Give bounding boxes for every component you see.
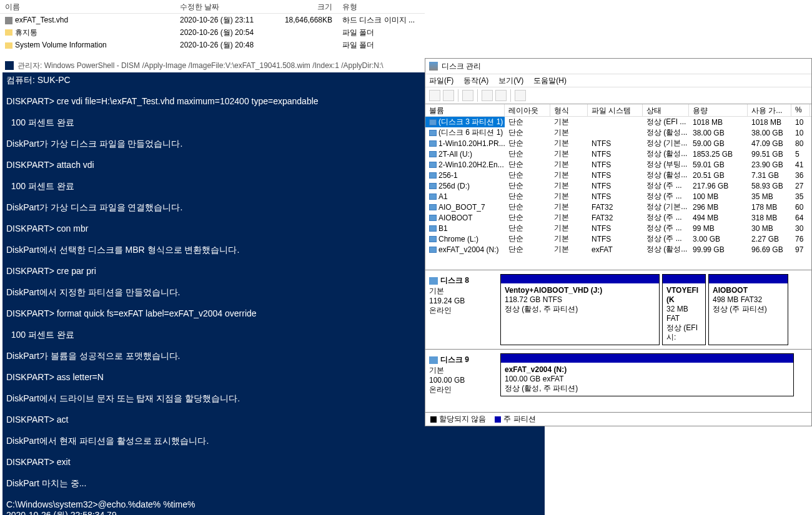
col-date[interactable]: 수정한 날짜 [175, 0, 275, 13]
volume-row[interactable]: AIOBOOT단순기본FAT32정상 (주 ...494 MB318 MB64 [425, 212, 811, 223]
disk-info: 디스크 9기본100.00 GB온라인 [429, 353, 497, 396]
disk-icon [429, 356, 438, 364]
volume-row[interactable]: A1단순기본NTFS정상 (주 ...100 MB35 MB35 [425, 191, 811, 202]
folder-icon [5, 29, 12, 36]
disk-panel: 디스크 9기본100.00 GB온라인exFAT_v2004 (N:)100.0… [425, 349, 811, 400]
powershell-icon [5, 61, 14, 70]
disk-info: 디스크 8기본119.24 GB온라인 [429, 274, 497, 345]
volume-icon [429, 204, 437, 210]
forward-icon[interactable] [443, 90, 454, 101]
volume-row[interactable]: exFAT_v2004 (N:)단순기본exFAT정상 (활성...99.99 … [425, 244, 811, 255]
volume-row[interactable]: (디스크 6 파티션 1)단순기본정상 (활성...38.00 GB38.00 … [425, 127, 811, 138]
volume-icon [429, 247, 437, 253]
partition[interactable]: VTOYEFI (K32 MB FAT정상 (EFI 시: [662, 274, 706, 345]
menu-help[interactable]: 도움말(H) [533, 76, 567, 86]
volume-list-header: 볼륨 레이아웃 형식 파일 시스템 상태 용량 사용 가... % [425, 104, 811, 117]
explorer-row[interactable]: 휴지통2020-10-26 (월) 20:54파일 폴더 [0, 26, 425, 39]
diskmgmt-window: 디스크 관리 파일(F) 동작(A) 보기(V) 도움말(H) 볼륨 레이아웃 … [425, 58, 812, 426]
menu-action[interactable]: 동작(A) [463, 76, 488, 86]
volume-list[interactable]: (디스크 3 파티션 1)단순기본정상 (EFI ...1018 MB1018 … [425, 117, 811, 255]
help-icon[interactable] [495, 90, 507, 101]
col-type[interactable]: 유형 [337, 0, 425, 13]
partition[interactable]: AIOBOOT498 MB FAT32정상 (주 파티션) [708, 274, 788, 345]
volume-icon [429, 172, 437, 179]
diskmgmt-icon [429, 62, 438, 71]
volume-icon [429, 194, 437, 200]
volume-icon [429, 151, 437, 157]
hdr-status[interactable]: 상태 [643, 104, 689, 116]
volume-row[interactable]: 256-1단순기본NTFS정상 (활성...20.51 GB7.31 GB36 [425, 170, 811, 180]
hdr-pct[interactable]: % [791, 104, 810, 116]
partition[interactable]: exFAT_v2004 (N:)100.00 GB exFAT정상 (활성, 주… [500, 353, 794, 396]
refresh-icon[interactable] [462, 90, 473, 101]
explorer-pane: 이름 수정한 날짜 크기 유형 exFAT_Test.vhd2020-10-26… [0, 0, 425, 56]
diskmgmt-legend: 할당되지 않음 주 파티션 [425, 412, 811, 426]
volume-row[interactable]: 2T-All (U:)단순기본NTFS정상 (활성...1853.25 GB99… [425, 149, 811, 159]
partition[interactable]: Ventoy+AIOBOOT_VHD (J:)118.72 GB NTFS정상 … [500, 274, 660, 345]
col-size[interactable]: 크기 [275, 0, 337, 13]
volume-row[interactable]: AIO_BOOT_7단순기본FAT32정상 (기본...296 MB178 MB… [425, 202, 811, 212]
menu-file[interactable]: 파일(F) [429, 76, 453, 86]
hdr-capacity[interactable]: 용량 [689, 104, 748, 116]
volume-row[interactable]: 256d (D:)단순기본NTFS정상 (주 ...217.96 GB58.93… [425, 180, 811, 191]
diskmgmt-menubar: 파일(F) 동작(A) 보기(V) 도움말(H) [425, 74, 811, 87]
hdr-layout[interactable]: 레이아웃 [505, 104, 550, 116]
powershell-title: 관리자: Windows PowerShell - DISM /Apply-Im… [17, 61, 384, 71]
disk-graphical-view: 디스크 8기본119.24 GB온라인Ventoy+AIOBOOT_VHD (J… [425, 270, 811, 400]
disk-icon [429, 277, 438, 285]
folder-icon [5, 42, 12, 49]
legend-unallocated-icon [430, 416, 437, 423]
explorer-row[interactable]: exFAT_Test.vhd2020-10-26 (월) 23:1118,646… [0, 14, 425, 26]
volume-icon [429, 140, 437, 147]
back-icon[interactable] [429, 90, 440, 101]
properties-icon[interactable] [482, 90, 493, 101]
volume-icon [429, 236, 437, 242]
volume-row[interactable]: 2-Win10.20H2.En...단순기본NTFS정상 (부팅...59.01… [425, 159, 811, 170]
volume-icon [429, 130, 437, 136]
col-name[interactable]: 이름 [0, 0, 175, 13]
disk-panel: 디스크 8기본119.24 GB온라인Ventoy+AIOBOOT_VHD (J… [425, 270, 811, 349]
diskmgmt-toolbar [425, 87, 811, 104]
hdr-volume[interactable]: 볼륨 [425, 104, 505, 116]
volume-row[interactable]: 1-Win10.20H1.PR...단순기본NTFS정상 (기본...59.00… [425, 138, 811, 149]
explorer-header: 이름 수정한 날짜 크기 유형 [0, 0, 425, 14]
volume-icon [429, 225, 437, 232]
diskmgmt-titlebar[interactable]: 디스크 관리 [425, 59, 811, 74]
diskmgmt-title: 디스크 관리 [442, 61, 481, 72]
volume-icon [429, 162, 437, 168]
file-icon [5, 17, 12, 24]
volume-icon [429, 183, 437, 189]
explorer-row[interactable]: System Volume Information2020-10-26 (월) … [0, 39, 425, 51]
volume-row[interactable]: Chrome (L:)단순기본NTFS정상 (주 ...3.00 GB2.27 … [425, 233, 811, 244]
hdr-free[interactable]: 사용 가... [748, 104, 791, 116]
volume-icon [429, 119, 437, 125]
volume-row[interactable]: (디스크 3 파티션 1)단순기본정상 (EFI ...1018 MB1018 … [425, 117, 811, 127]
hdr-filesystem[interactable]: 파일 시스템 [588, 104, 643, 116]
volume-icon [429, 215, 437, 221]
menu-view[interactable]: 보기(V) [498, 76, 523, 86]
legend-primary-icon [495, 416, 501, 423]
list-icon[interactable] [515, 90, 526, 101]
volume-row[interactable]: B1단순기본NTFS정상 (주 ...99 MB30 MB30 [425, 223, 811, 233]
hdr-format[interactable]: 형식 [550, 104, 588, 116]
